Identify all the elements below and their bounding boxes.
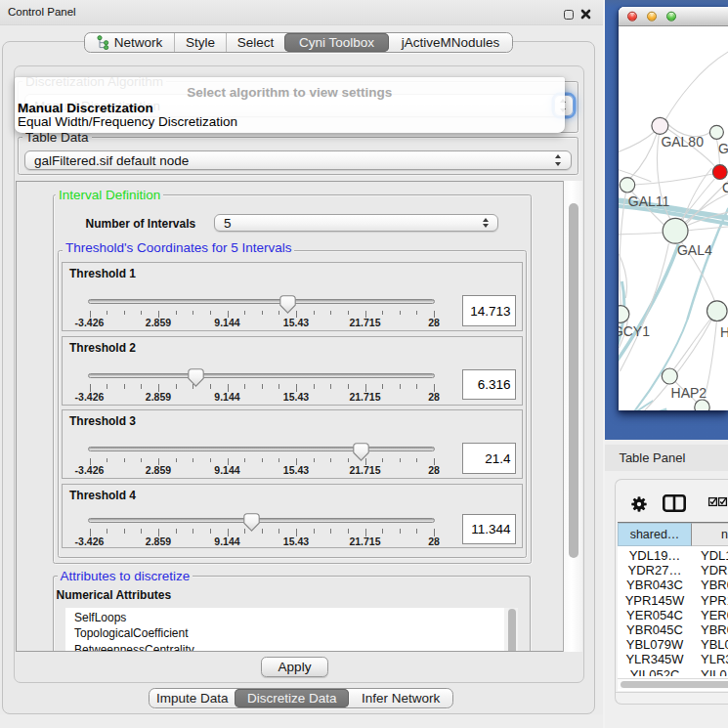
threshold-value: 21.4	[485, 450, 510, 465]
threshold-value-field[interactable]: 14.713	[462, 295, 516, 326]
table-row[interactable]: YLR345W YLR3	[618, 652, 728, 666]
network-icon	[97, 35, 109, 50]
settings-scrollbar-thumb[interactable]	[569, 203, 578, 558]
float-window-icon[interactable]	[564, 10, 574, 20]
split-columns-icon[interactable]	[663, 494, 686, 512]
network-node[interactable]	[620, 178, 634, 193]
attributes-scrollbar-thumb[interactable]	[508, 609, 516, 652]
table-horizontal-scrollbar[interactable]	[618, 678, 728, 689]
network-node[interactable]	[709, 125, 723, 139]
network-node[interactable]	[651, 117, 667, 134]
table-row[interactable]: YPR145W YPR1	[618, 593, 728, 608]
attributes-list-scrollbar[interactable]	[504, 608, 519, 652]
slider-tick-labels: -3.4262.8599.14415.4321.71528	[63, 464, 522, 474]
slider-tick-labels: -3.4262.8599.14415.4321.71528	[63, 535, 522, 545]
slider-thumb[interactable]	[188, 368, 204, 387]
apply-button[interactable]: Apply	[261, 657, 328, 677]
number-of-intervals-value: 5	[224, 215, 232, 230]
network-node[interactable]	[662, 368, 677, 384]
settings-scrollbar[interactable]	[563, 181, 582, 652]
tick-mark	[400, 311, 401, 316]
close-icon[interactable]	[580, 9, 591, 20]
table-row[interactable]: YBR043C YBR0	[618, 578, 728, 592]
table-data-combo[interactable]: galFiltered.sif default node	[24, 150, 572, 171]
table-toolbar	[616, 480, 728, 523]
table-row[interactable]: YER054C YER0	[618, 608, 728, 622]
tick-label: 15.43	[265, 317, 327, 328]
network-node[interactable]	[663, 218, 688, 243]
network-canvas[interactable]: GAL80GACGAL11GAL4GCY1HHAP2	[619, 26, 728, 410]
table-row[interactable]: YDL19… YDL1	[618, 548, 728, 563]
tab[interactable]: Network	[85, 33, 174, 52]
threshold-value-field[interactable]: 11.344	[462, 514, 516, 545]
tick-mark	[244, 458, 245, 463]
network-edge	[687, 227, 728, 231]
tab[interactable]: Style	[174, 33, 226, 52]
table-row[interactable]: YBL079W YBL0	[618, 637, 728, 652]
network-edge	[665, 52, 728, 119]
list-item[interactable]: BetweennessCentrality	[65, 642, 504, 651]
threshold-value-field[interactable]: 21.4	[462, 443, 516, 474]
tick-mark	[348, 311, 349, 316]
select-all-checkbox-icon[interactable]	[708, 497, 717, 506]
tab[interactable]: Cyni Toolbox	[284, 33, 389, 52]
network-node[interactable]	[694, 400, 708, 410]
threshold-value-field[interactable]: 6.316	[462, 369, 516, 401]
column-header-name[interactable]: name	[692, 523, 728, 546]
dropdown-item[interactable]: Manual Discretization	[18, 102, 562, 115]
tab-label: jActiveMNodules	[402, 35, 500, 50]
cell-shared-name: YDR27…	[618, 563, 692, 578]
tick-mark	[416, 529, 417, 534]
control-panel-titlebar: Control Panel	[0, 0, 603, 25]
tick-label: -3.426	[59, 317, 121, 328]
tab[interactable]: jActiveMNodules	[389, 33, 512, 52]
tick-mark	[176, 384, 177, 389]
tab[interactable]: Discretize Data	[235, 689, 349, 707]
close-traffic-light[interactable]	[627, 12, 638, 22]
threshold-label: Threshold 4	[69, 489, 136, 502]
table-hscrollbar-thumb[interactable]	[621, 681, 728, 688]
column-header-shared-name[interactable]: shared…	[618, 523, 692, 546]
slider-track[interactable]	[88, 299, 435, 304]
tick-label: 15.43	[265, 535, 327, 547]
zoom-traffic-light[interactable]	[666, 12, 677, 22]
slider-thumb[interactable]	[279, 295, 296, 314]
icon-shape	[243, 514, 258, 531]
dropdown-item[interactable]: Equal Width/Frequency Discretization	[18, 115, 562, 129]
table-row[interactable]: YDR27… YDR2	[618, 563, 728, 578]
slider-track[interactable]	[88, 373, 435, 378]
slider-thumb[interactable]	[353, 443, 369, 461]
tick-mark	[382, 311, 383, 316]
gear-icon[interactable]	[631, 496, 647, 512]
slider-track[interactable]	[88, 518, 435, 523]
table-panel-title: Table Panel	[619, 450, 685, 465]
network-node-label: HAP2	[670, 385, 707, 401]
network-node[interactable]	[707, 301, 727, 321]
network-node[interactable]	[712, 165, 727, 180]
list-item[interactable]: TopologicalCoefficient	[65, 625, 504, 642]
tick-mark	[141, 458, 142, 463]
tab[interactable]: Infer Network	[349, 689, 452, 707]
list-item[interactable]: SelfLoops	[65, 610, 504, 626]
tab[interactable]: Select	[226, 33, 284, 52]
numerical-attributes-list: SelfLoopsTopologicalCoefficientBetweenne…	[65, 608, 504, 652]
table-row[interactable]: YBR045C YBR0	[618, 622, 728, 637]
number-of-intervals-combo[interactable]: 5	[214, 214, 498, 232]
slider-track[interactable]	[88, 447, 435, 451]
unselect-all-checkbox-icon[interactable]	[718, 497, 727, 506]
threshold-label: Threshold 1	[69, 267, 136, 280]
cyni-mode-tabs: Impute Data Discretize Data Infer Networ…	[149, 688, 453, 708]
slider-thumb[interactable]	[243, 513, 260, 532]
table-row[interactable]: YIL052C YIL0	[618, 667, 728, 676]
tick-label: 2.859	[127, 391, 190, 403]
cell-name: YBL0	[701, 637, 728, 652]
dropdown-prompt-item[interactable]: Select algorithm to view settings	[18, 86, 562, 100]
network-node-label: GA	[717, 141, 727, 156]
table-rows: YDL19… YDL1 YDR27… YDR2 YBR043C YBR0 YPR…	[618, 548, 728, 676]
tick-mark	[244, 311, 245, 316]
tick-label: 28	[403, 464, 465, 476]
tab[interactable]: Impute Data	[150, 689, 235, 707]
spinner-up-arrow-icon	[483, 218, 489, 222]
tick-label: 15.43	[265, 464, 327, 476]
minimize-traffic-light[interactable]	[647, 12, 658, 22]
